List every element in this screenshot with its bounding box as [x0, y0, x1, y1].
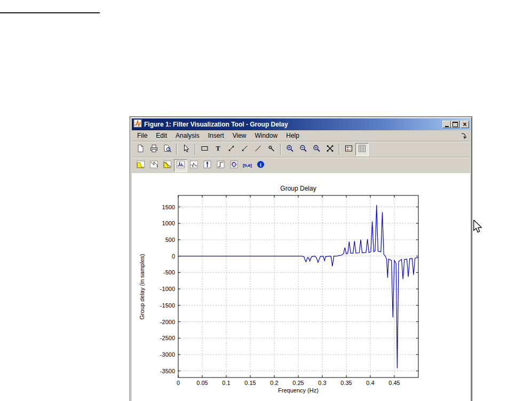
group-delay-plot[interactable]: Group Delay Frequency (Hz) Group delay (… — [132, 173, 470, 401]
svg-text:0: 0 — [172, 253, 175, 260]
step-response-icon — [216, 160, 225, 170]
text-icon: T — [213, 144, 223, 154]
svg-text:-1000: -1000 — [160, 286, 175, 292]
insert-double-arrow-button[interactable] — [225, 143, 238, 156]
svg-text:0: 0 — [177, 380, 180, 386]
pole-zero-icon — [229, 160, 239, 170]
svg-text:-2500: -2500 — [160, 335, 175, 341]
svg-text:0.2: 0.2 — [270, 380, 278, 386]
maximize-icon — [452, 122, 458, 127]
toolbar-separator — [195, 144, 196, 155]
group-delay-button[interactable] — [174, 159, 187, 172]
filter-coefficients-button[interactable]: [b,a] — [241, 159, 254, 172]
toolbar-separator — [176, 144, 177, 155]
close-button[interactable]: × — [460, 121, 469, 128]
svg-text:0.3: 0.3 — [318, 380, 326, 386]
minimize-icon — [445, 126, 449, 127]
phase-delay-icon — [189, 160, 198, 170]
menu-edit[interactable]: Edit — [152, 130, 171, 141]
main-toolbar: T — [132, 141, 470, 158]
grid-icon — [358, 144, 367, 154]
print-button[interactable] — [147, 143, 161, 156]
magnitude-and-phase-button[interactable] — [161, 159, 174, 172]
magnitude-response-icon — [136, 160, 145, 170]
fvtool-window: Figure 1: Filter Visualization Tool - Gr… — [130, 116, 472, 401]
legend-icon — [344, 144, 353, 154]
window-title: Figure 1: Filter Visualization Tool - Gr… — [144, 121, 440, 128]
svg-text:i: i — [260, 162, 261, 168]
menu-file[interactable]: File — [133, 130, 152, 141]
new-document-button[interactable] — [134, 143, 147, 156]
analysis-toolbar: [b,a] i — [132, 158, 470, 173]
menu-insert[interactable]: Insert — [204, 130, 228, 141]
toolbar-separator — [280, 144, 281, 155]
new-document-icon — [136, 144, 145, 154]
svg-text:1000: 1000 — [162, 220, 175, 226]
insert-line-button[interactable] — [251, 143, 265, 156]
dock-figure-icon[interactable] — [460, 132, 467, 139]
svg-text:-3500: -3500 — [160, 368, 175, 374]
phase-response-button[interactable] — [147, 159, 161, 172]
magnitude-response-button[interactable] — [134, 159, 147, 172]
magnitude-and-phase-icon — [163, 160, 172, 170]
title-bar[interactable]: Figure 1: Filter Visualization Tool - Gr… — [132, 119, 470, 130]
menu-analysis[interactable]: Analysis — [171, 130, 204, 141]
step-response-button[interactable] — [214, 159, 227, 172]
figure-area: Group Delay Frequency (Hz) Group delay (… — [132, 173, 470, 401]
double-arrow-icon — [227, 144, 236, 154]
toggle-legend-button[interactable] — [342, 143, 355, 156]
menu-help[interactable]: Help — [282, 130, 304, 141]
toggle-grid-button[interactable] — [355, 143, 369, 156]
pin-to-axes-button[interactable] — [265, 143, 278, 156]
svg-text:-1500: -1500 — [160, 302, 175, 309]
print-icon — [149, 144, 158, 154]
full-view-icon — [325, 144, 335, 154]
svg-text:0.1: 0.1 — [222, 380, 230, 386]
svg-text:500: 500 — [165, 237, 175, 243]
group-delay-icon — [176, 160, 185, 170]
svg-text:-3000: -3000 — [160, 351, 175, 358]
minimize-button[interactable] — [442, 121, 451, 128]
maximize-button[interactable] — [451, 121, 459, 128]
print-preview-button[interactable] — [161, 143, 174, 156]
print-preview-icon — [163, 144, 172, 154]
zoom-out-button[interactable] — [297, 143, 310, 156]
svg-text:0.15: 0.15 — [244, 380, 256, 386]
menu-window[interactable]: Window — [251, 130, 282, 141]
svg-text:T: T — [216, 145, 220, 152]
insert-rectangle-button[interactable] — [198, 143, 211, 156]
edit-plot-button[interactable] — [179, 143, 193, 156]
pole-zero-button[interactable] — [227, 159, 241, 172]
edit-plot-pointer-icon — [181, 144, 190, 154]
menu-view[interactable]: View — [228, 130, 251, 141]
insert-textbox-button[interactable]: T — [211, 143, 225, 156]
mouse-cursor — [473, 220, 482, 236]
zoom-x-icon — [312, 144, 321, 154]
arrow-icon — [240, 144, 249, 154]
desktop: Figure 1: Filter Visualization Tool - Gr… — [0, 0, 532, 401]
svg-text:[b,a]: [b,a] — [243, 163, 252, 168]
impulse-response-button[interactable] — [201, 159, 214, 172]
insert-arrow-button[interactable] — [238, 143, 251, 156]
fvtool-app-icon — [133, 119, 142, 130]
full-view-button[interactable] — [323, 143, 337, 156]
menu-bar: File Edit Analysis Insert View Window He… — [132, 130, 470, 141]
svg-text:-2000: -2000 — [160, 319, 175, 325]
y-axis-label: Group delay (in samples) — [139, 254, 145, 320]
svg-text:0.45: 0.45 — [388, 380, 400, 386]
toolbar-separator — [339, 144, 340, 155]
phase-response-icon — [149, 160, 158, 170]
impulse-response-icon — [203, 160, 212, 170]
page-edge-line — [0, 12, 100, 13]
plot-title: Group Delay — [280, 185, 316, 192]
filter-coefficients-icon: [b,a] — [243, 160, 252, 170]
svg-text:0.05: 0.05 — [196, 380, 208, 386]
zoom-x-button[interactable] — [310, 143, 323, 156]
rectangle-icon — [200, 144, 209, 154]
zoom-in-button[interactable] — [283, 143, 297, 156]
line-icon — [253, 144, 263, 154]
info-icon: i — [256, 160, 265, 170]
filter-info-button[interactable]: i — [254, 159, 267, 172]
svg-text:0.25: 0.25 — [292, 380, 304, 386]
phase-delay-button[interactable] — [187, 159, 201, 172]
